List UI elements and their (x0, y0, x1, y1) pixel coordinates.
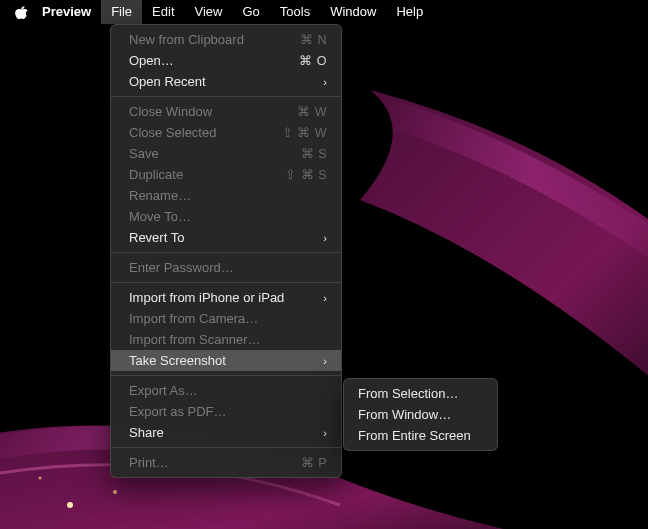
chevron-right-icon: › (315, 76, 327, 88)
file-menu-import-from-camera: Import from Camera… (111, 308, 341, 329)
svg-point-4 (38, 476, 41, 479)
menu-item-label: Close Selected (129, 125, 282, 140)
menu-item-label: Enter Password… (129, 260, 327, 275)
menu-separator (111, 375, 341, 376)
menu-item-shortcut: ⌘ P (301, 455, 327, 470)
menu-item-label: Import from Camera… (129, 311, 327, 326)
menu-separator (111, 282, 341, 283)
menu-item-shortcut: ⌘ O (299, 53, 327, 68)
menu-item-label: Print… (129, 455, 301, 470)
file-menu-open-recent[interactable]: Open Recent› (111, 71, 341, 92)
file-menu-import-from-iphone-or-ipad[interactable]: Import from iPhone or iPad› (111, 287, 341, 308)
menu-item-shortcut: ⇧ ⌘ S (285, 167, 327, 182)
file-menu-take-screenshot[interactable]: Take Screenshot› (111, 350, 341, 371)
file-menu-close-window: Close Window⌘ W (111, 101, 341, 122)
file-menu-close-selected: Close Selected⇧ ⌘ W (111, 122, 341, 143)
chevron-right-icon: › (315, 355, 327, 367)
screenshot-from-selection[interactable]: From Selection… (344, 383, 497, 404)
menu-item-label: Open Recent (129, 74, 315, 89)
file-menu-export-as-pdf: Export as PDF… (111, 401, 341, 422)
take-screenshot-submenu: From Selection…From Window…From Entire S… (343, 378, 498, 451)
menu-view[interactable]: View (185, 0, 233, 24)
menu-item-shortcut: ⌘ N (300, 32, 327, 47)
menu-item-label: Close Window (129, 104, 297, 119)
menu-item-label: Share (129, 425, 315, 440)
menu-item-label: New from Clipboard (129, 32, 300, 47)
file-menu-import-from-scanner: Import from Scanner… (111, 329, 341, 350)
menu-window[interactable]: Window (320, 0, 386, 24)
chevron-right-icon: › (315, 427, 327, 439)
menu-separator (111, 447, 341, 448)
menu-separator (111, 96, 341, 97)
file-menu-export-as: Export As… (111, 380, 341, 401)
menu-item-label: Export As… (129, 383, 327, 398)
menu-item-label: Open… (129, 53, 299, 68)
menu-item-label: Duplicate (129, 167, 285, 182)
chevron-right-icon: › (315, 292, 327, 304)
menubar: Preview FileEditViewGoToolsWindowHelp (0, 0, 648, 24)
file-menu-rename: Rename… (111, 185, 341, 206)
menu-help[interactable]: Help (386, 0, 433, 24)
file-menu-print: Print…⌘ P (111, 452, 341, 473)
apple-logo-icon[interactable] (12, 5, 32, 19)
screenshot-from-window[interactable]: From Window… (344, 404, 497, 425)
file-menu-revert-to[interactable]: Revert To› (111, 227, 341, 248)
menu-edit[interactable]: Edit (142, 0, 184, 24)
file-menu-move-to: Move To… (111, 206, 341, 227)
menu-item-shortcut: ⌘ S (301, 146, 327, 161)
menu-separator (111, 252, 341, 253)
file-menu-new-from-clipboard: New from Clipboard⌘ N (111, 29, 341, 50)
menu-item-label: Import from Scanner… (129, 332, 327, 347)
menu-item-shortcut: ⌘ W (297, 104, 327, 119)
file-menu-open[interactable]: Open…⌘ O (111, 50, 341, 71)
menu-item-label: Move To… (129, 209, 327, 224)
menu-tools[interactable]: Tools (270, 0, 320, 24)
menu-item-label: Save (129, 146, 301, 161)
menu-item-label: Export as PDF… (129, 404, 327, 419)
screenshot-from-entire-screen[interactable]: From Entire Screen (344, 425, 497, 446)
svg-point-2 (67, 502, 73, 508)
menu-item-label: Take Screenshot (129, 353, 315, 368)
menu-go[interactable]: Go (232, 0, 269, 24)
menu-item-shortcut: ⇧ ⌘ W (282, 125, 327, 140)
file-menu-enter-password: Enter Password… (111, 257, 341, 278)
app-name[interactable]: Preview (32, 0, 101, 24)
file-menu-save: Save⌘ S (111, 143, 341, 164)
menu-item-label: Import from iPhone or iPad (129, 290, 315, 305)
menu-item-label: Rename… (129, 188, 327, 203)
file-menu-dropdown: New from Clipboard⌘ NOpen…⌘ OOpen Recent… (110, 24, 342, 478)
file-menu-share[interactable]: Share› (111, 422, 341, 443)
menu-file[interactable]: File (101, 0, 142, 24)
file-menu-duplicate: Duplicate⇧ ⌘ S (111, 164, 341, 185)
chevron-right-icon: › (315, 232, 327, 244)
menu-item-label: Revert To (129, 230, 315, 245)
svg-point-3 (113, 490, 117, 494)
